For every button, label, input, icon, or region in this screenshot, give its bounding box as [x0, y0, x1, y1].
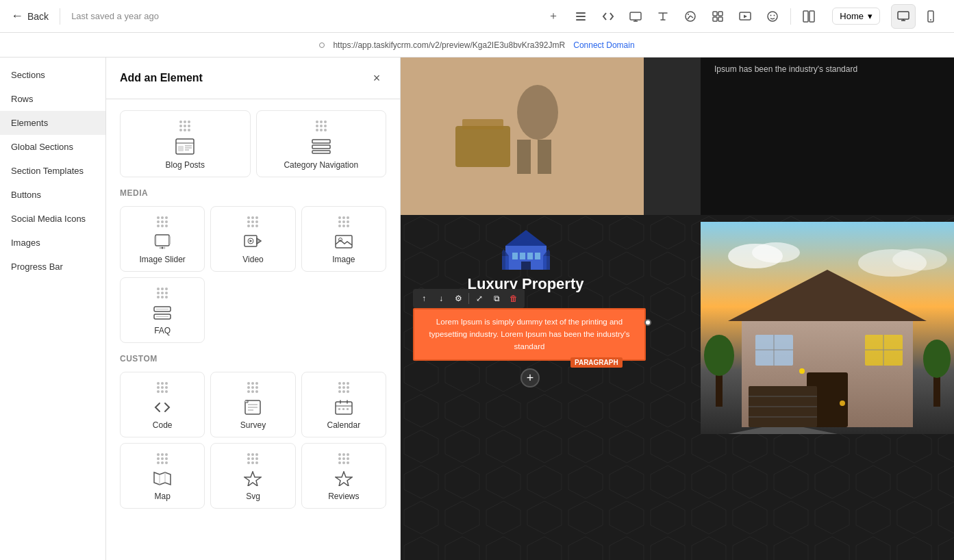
category-nav-icon [312, 138, 331, 155]
sidebar-item-elements[interactable]: Elements [0, 111, 105, 135]
image-card[interactable]: Image [301, 206, 386, 272]
connect-domain-link[interactable]: Connect Domain [573, 40, 634, 50]
svg-line-8 [690, 16, 693, 18]
image-dots [338, 216, 349, 227]
desktop-view-button[interactable] [891, 4, 916, 29]
map-card[interactable]: Map [120, 443, 205, 509]
video-dots [247, 216, 258, 227]
resize-handle[interactable] [644, 319, 651, 326]
sidebar-item-images[interactable]: Images [0, 231, 105, 255]
reviews-label: Reviews [328, 492, 359, 501]
svg-rect-2 [576, 19, 586, 21]
sidebar-item-global-sections[interactable]: Global Sections [0, 135, 105, 159]
paragraph-element[interactable]: Lorem Ipsum is simply dummy text of the … [413, 308, 646, 361]
toolbar-divider [468, 293, 469, 304]
svg-line-7 [688, 16, 690, 19]
svg-point-25 [930, 19, 931, 21]
svg-rect-79 [520, 253, 525, 259]
expand-button[interactable]: ⤢ [471, 290, 488, 307]
mobile-view-button[interactable] [918, 4, 943, 29]
svg-point-18 [774, 14, 775, 16]
calendar-card[interactable]: Calendar [301, 372, 386, 437]
svg-marker-76 [505, 230, 547, 246]
ipsum-text: Ipsum has been the industry's standard [714, 64, 857, 74]
close-panel-button[interactable]: × [367, 68, 386, 88]
back-button[interactable]: ← Back [11, 9, 49, 23]
svg-rect-32 [312, 140, 330, 143]
paragraph-toolbar: ↑ ↓ ⚙ ⤢ ⧉ 🗑 [413, 289, 525, 308]
svg-dots [247, 453, 258, 464]
survey-icon [244, 400, 262, 415]
home-dropdown[interactable]: Home ▾ [832, 8, 880, 25]
settings-button[interactable]: ⚙ [450, 290, 466, 307]
url-text: https://app.taskifycrm.com/v2/preview/Kg… [333, 40, 565, 50]
custom-grid: Code Survey [120, 372, 386, 509]
svg-point-89 [752, 242, 800, 263]
blog-posts-label: Blog Posts [166, 160, 205, 170]
sidebar-item-sections[interactable]: Sections [0, 63, 105, 87]
video-card[interactable]: Video [210, 206, 295, 272]
reviews-card[interactable]: Reviews [301, 443, 386, 509]
desktop-icon[interactable] [623, 4, 648, 29]
save-status: Last saved a year ago [71, 11, 530, 21]
svg-rect-19 [803, 11, 808, 22]
panel-toggle-icon[interactable] [796, 4, 821, 29]
code-label: Code [153, 420, 173, 430]
grid-icon[interactable] [705, 4, 730, 29]
category-navigation-card[interactable]: Category Navigation [256, 110, 387, 177]
emoji-icon[interactable] [760, 4, 785, 29]
image-slider-card[interactable]: Image Slider [120, 206, 205, 272]
text-icon[interactable] [651, 4, 675, 29]
sidebar-item-progress-bar[interactable]: Progress Bar [0, 255, 105, 279]
survey-dots [247, 382, 258, 393]
survey-card[interactable]: Survey [210, 372, 295, 437]
blog-posts-card[interactable]: Blog Posts [120, 110, 251, 177]
duplicate-button[interactable]: ⧉ [488, 290, 505, 307]
svg-label: Svg [246, 492, 260, 501]
add-icon[interactable]: ＋ [541, 4, 566, 29]
calendar-dots [338, 382, 349, 393]
video-label: Video [242, 255, 263, 264]
layers-icon[interactable] [568, 4, 593, 29]
reviews-dots [338, 453, 349, 464]
toolbar-separator [790, 8, 791, 25]
sidebar-item-social-media-icons[interactable]: Social Media Icons [0, 207, 105, 231]
svg-point-70 [517, 85, 558, 140]
move-down-button[interactable]: ↓ [433, 290, 449, 307]
play-icon[interactable] [733, 4, 757, 29]
svg-point-110 [923, 340, 951, 378]
svg-rect-20 [809, 11, 814, 22]
svg-rect-78 [512, 253, 518, 259]
sidebar-item-rows[interactable]: Rows [0, 87, 105, 111]
toolbar-icons: ＋ [541, 4, 821, 29]
svg-rect-21 [898, 12, 909, 19]
delete-button[interactable]: 🗑 [505, 290, 522, 307]
svg-marker-65 [244, 472, 261, 486]
svg-rect-34 [312, 151, 330, 153]
svg-rect-84 [543, 256, 550, 270]
svg-point-9 [688, 14, 689, 15]
svg-point-40 [164, 247, 166, 249]
add-element-circle-button[interactable]: + [520, 368, 540, 387]
sidebar-item-buttons[interactable]: Buttons [0, 183, 105, 207]
reviews-icon [335, 471, 353, 486]
svg-card[interactable]: Svg [210, 443, 295, 509]
svg-rect-72 [538, 140, 551, 174]
code-icon[interactable] [596, 4, 620, 29]
paragraph-content: Lorem Ipsum is simply dummy text of the … [424, 316, 635, 353]
svg-rect-59 [338, 408, 340, 410]
image-icon-toolbar[interactable] [678, 4, 703, 29]
svg-rect-10 [713, 12, 717, 16]
sidebar-item-section-templates[interactable]: Section Templates [0, 159, 105, 183]
panel-title: Add an Element [120, 72, 203, 84]
svg-rect-71 [517, 140, 531, 174]
svg-rect-61 [347, 408, 349, 410]
image-label: Image [332, 255, 355, 264]
code-card[interactable]: Code [120, 372, 205, 437]
svg-marker-62 [154, 472, 171, 485]
faq-card[interactable]: FAQ [120, 277, 205, 343]
house-illustration [701, 222, 954, 434]
move-up-button[interactable]: ↑ [416, 290, 432, 307]
svg-element-icon [244, 471, 262, 486]
svg-rect-12 [713, 17, 717, 21]
